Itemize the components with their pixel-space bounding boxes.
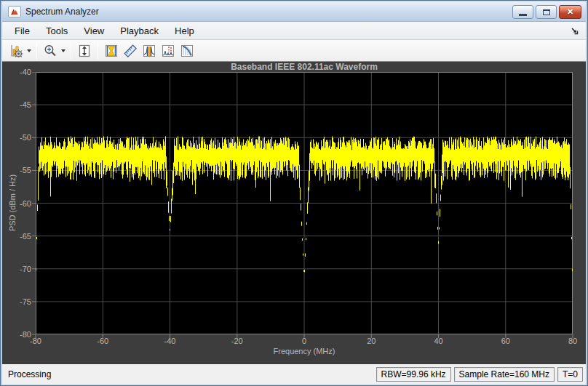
- time-readout: T=0: [557, 367, 583, 382]
- menu-playback[interactable]: Playback: [112, 23, 167, 39]
- configuration-properties-dropdown[interactable]: [25, 42, 33, 60]
- figure-area: Baseband IEEE 802.11ac Waveform PSD (dBm…: [2, 62, 586, 364]
- menu-help[interactable]: Help: [167, 23, 202, 39]
- configuration-properties-button[interactable]: [7, 42, 25, 60]
- scale-y-axis-button[interactable]: [75, 42, 94, 60]
- scale-y-axis-icon: [77, 44, 92, 58]
- dropdown-caret-icon: [61, 49, 65, 52]
- distortion-measurements-icon: [161, 44, 175, 58]
- ccdf-measurements-icon: [180, 44, 194, 58]
- zoom-dropdown[interactable]: [60, 42, 67, 60]
- x-tick-label: -60: [84, 337, 121, 345]
- x-tick-label: 20: [353, 337, 389, 345]
- cursor-measurements-icon: [104, 44, 119, 58]
- spectrum-analyzer-window: Spectrum Analyzer ✕ File Tools View Play…: [0, 0, 588, 386]
- x-tick-label: -20: [219, 337, 255, 345]
- rbw-readout: RBW=99.96 kHz: [376, 367, 451, 382]
- y-tick-label: -45: [2, 100, 31, 109]
- toolbar-separator: [36, 43, 37, 59]
- toolbar-separator: [98, 43, 98, 59]
- x-tick-label: 0: [286, 337, 322, 345]
- y-tick-label: -70: [2, 265, 31, 273]
- x-tick-label: 80: [555, 337, 586, 345]
- sample-rate-readout: Sample Rate=160 MHz: [454, 367, 555, 382]
- zoom-in-icon: [43, 44, 57, 58]
- status-bar: Processing RBW=99.96 kHz Sample Rate=160…: [2, 364, 586, 385]
- zoom-button[interactable]: [41, 42, 60, 60]
- close-button[interactable]: ✕: [559, 5, 581, 19]
- plot-title: Baseband IEEE 802.11ac Waveform: [36, 62, 573, 71]
- title-bar[interactable]: Spectrum Analyzer ✕: [2, 1, 586, 22]
- menu-file[interactable]: File: [7, 23, 38, 39]
- y-tick-label: -80: [2, 330, 31, 339]
- maximize-button[interactable]: [536, 5, 557, 19]
- maximize-icon: [543, 9, 550, 15]
- close-icon: ✕: [567, 8, 573, 16]
- configuration-properties-icon: [9, 44, 23, 58]
- cursor-measurements-button[interactable]: [102, 42, 121, 60]
- x-tick-label: 60: [488, 337, 524, 345]
- dropdown-caret-icon: [27, 49, 31, 52]
- dock-arrow-icon[interactable]: [568, 25, 580, 36]
- channel-measurements-button[interactable]: [140, 42, 159, 60]
- minimize-button[interactable]: [512, 5, 533, 19]
- spectrum-plot[interactable]: [32, 72, 576, 339]
- y-tick-label: -65: [2, 232, 31, 241]
- y-tick-label: -60: [2, 199, 31, 208]
- y-tick-label: -40: [2, 68, 31, 76]
- channel-measurements-icon: [142, 44, 156, 58]
- ccdf-measurements-button[interactable]: [178, 42, 196, 60]
- menu-view[interactable]: View: [76, 23, 112, 39]
- y-tick-label: -55: [2, 166, 31, 174]
- status-message: Processing: [5, 369, 51, 379]
- menu-bar: File Tools View Playback Help: [2, 22, 586, 40]
- window-title: Spectrum Analyzer: [25, 7, 99, 17]
- x-axis-label: Frequency (MHz): [36, 347, 573, 355]
- peak-finder-button[interactable]: [121, 42, 140, 60]
- toolbar-separator: [71, 43, 71, 59]
- y-tick-label: -50: [2, 133, 31, 142]
- x-tick-label: -40: [152, 337, 188, 345]
- y-tick-label: -75: [2, 297, 31, 306]
- peak-finder-icon: [123, 44, 138, 58]
- toolbar: [2, 40, 586, 62]
- matlab-logo-icon: [8, 6, 21, 17]
- menu-tools[interactable]: Tools: [38, 23, 76, 39]
- minimize-icon: [519, 14, 527, 16]
- x-tick-label: 40: [421, 337, 457, 345]
- distortion-measurements-button[interactable]: [159, 42, 178, 60]
